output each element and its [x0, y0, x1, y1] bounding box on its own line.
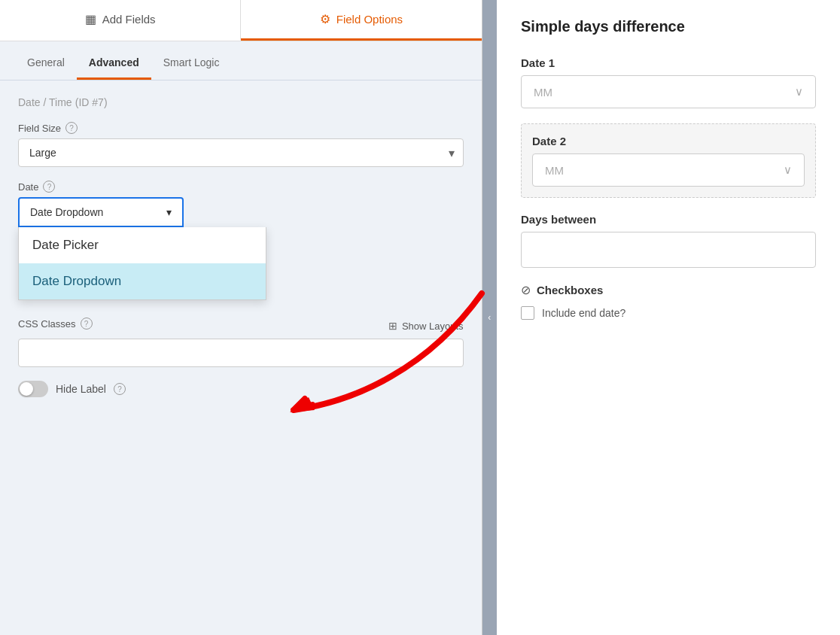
tab-field-options-label: Field Options [336, 13, 403, 26]
days-between-input[interactable] [521, 232, 816, 268]
show-layouts-button[interactable]: ⊞ Show Layouts [388, 320, 464, 332]
right-panel-title: Simple days difference [521, 18, 816, 35]
show-layouts-label: Show Layouts [402, 321, 464, 332]
sub-tab-advanced[interactable]: Advanced [77, 47, 151, 80]
date-dropdown-menu: Date Picker Date Dropdown [18, 227, 266, 300]
options-icon: ⚙ [320, 12, 330, 26]
hide-label-text: Hide Label [56, 383, 106, 395]
top-tabs-bar: ▦ Add Fields ⚙ Field Options [0, 0, 482, 41]
dropdown-item-date-dropdown[interactable]: Date Dropdown [19, 263, 266, 299]
date2-chevron-icon: ∨ [784, 163, 792, 177]
days-between-section: Days between [521, 213, 816, 268]
date-select-chevron-icon: ▾ [166, 206, 172, 218]
date-select-value: Date Dropdown [30, 206, 103, 218]
hide-label-toggle[interactable] [18, 381, 48, 397]
sub-tab-general[interactable]: General [15, 47, 77, 80]
css-classes-header: CSS Classes ? ⊞ Show Layouts [18, 318, 464, 334]
css-classes-label: CSS Classes ? [18, 318, 93, 330]
field-size-select[interactable]: Small Medium Large [18, 138, 464, 167]
date-select-trigger[interactable]: Date Dropdown ▾ [18, 197, 184, 227]
collapse-icon: ‹ [488, 312, 491, 323]
date-field-group: Date ? Date Dropdown ▾ Date Picker Date … [18, 181, 464, 227]
tab-add-fields-label: Add Fields [102, 13, 156, 26]
date2-placeholder: MM [545, 164, 564, 177]
checkboxes-header: ⊘ Checkboxes [521, 283, 816, 297]
sub-tabs-bar: General Advanced Smart Logic [0, 47, 482, 81]
checkboxes-section: ⊘ Checkboxes Include end date? [521, 283, 816, 320]
checkboxes-title: Checkboxes [537, 284, 603, 296]
field-size-label: Field Size ? [18, 122, 464, 134]
include-end-date-label: Include end date? [542, 307, 625, 319]
hide-label-help-icon[interactable]: ? [114, 383, 126, 395]
date1-section: Date 1 MM ∨ [521, 56, 816, 108]
sub-tab-smart-logic[interactable]: Smart Logic [151, 47, 232, 80]
layout-grid-icon: ⊞ [388, 320, 397, 332]
hide-label-row: Hide Label ? [18, 381, 464, 397]
include-end-date-checkbox[interactable] [521, 306, 534, 320]
table-icon: ▦ [85, 12, 96, 26]
panel-content: Date / Time (ID #7) Field Size ? Small M… [0, 81, 482, 635]
date2-section: Date 2 MM ∨ [521, 123, 816, 198]
field-size-select-wrapper: Small Medium Large ▾ [18, 138, 464, 167]
date2-select[interactable]: MM ∨ [532, 153, 805, 187]
css-classes-help-icon[interactable]: ? [81, 318, 93, 330]
date-field-label: Date ? [18, 181, 464, 193]
include-end-date-row: Include end date? [521, 306, 816, 320]
field-size-help-icon[interactable]: ? [65, 122, 78, 134]
tab-field-options[interactable]: ⚙ Field Options [241, 0, 481, 41]
css-classes-group: CSS Classes ? ⊞ Show Layouts [18, 318, 464, 367]
field-title: Date / Time (ID #7) [18, 96, 464, 108]
date2-label: Date 2 [532, 135, 805, 147]
date1-label: Date 1 [521, 56, 816, 69]
date-help-icon[interactable]: ? [43, 181, 55, 193]
panel-divider[interactable]: ‹ [482, 0, 497, 635]
date1-chevron-icon: ∨ [795, 85, 803, 99]
tab-add-fields[interactable]: ▦ Add Fields [0, 0, 241, 41]
days-between-label: Days between [521, 213, 816, 226]
checkboxes-icon: ⊘ [521, 283, 531, 297]
date1-select[interactable]: MM ∨ [521, 75, 816, 108]
date1-placeholder: MM [534, 86, 552, 99]
date-select-container: Date Dropdown ▾ Date Picker Date Dropdow… [18, 197, 464, 227]
field-size-group: Field Size ? Small Medium Large ▾ [18, 122, 464, 167]
right-panel: Simple days difference Date 1 MM ∨ Date … [497, 0, 840, 635]
dropdown-item-date-picker[interactable]: Date Picker [19, 227, 266, 263]
css-classes-input[interactable] [18, 339, 464, 367]
